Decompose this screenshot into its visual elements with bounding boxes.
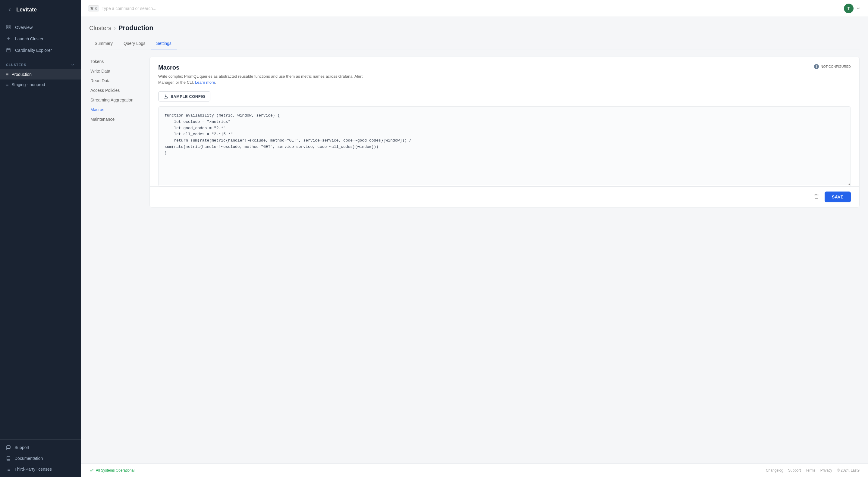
delete-button[interactable] [812,192,821,202]
tab-summary[interactable]: Summary [89,38,118,49]
calendar-icon [6,47,11,53]
breadcrumb-parent[interactable]: Clusters [89,25,111,32]
svg-rect-1 [9,25,10,27]
svg-rect-2 [7,27,8,29]
code-area-wrapper [158,106,851,186]
macros-status-badge: i NOT CONFIGURED [814,64,851,69]
macros-description: Write complex PromQL queries as abstract… [158,73,363,85]
settings-nav-maintenance[interactable]: Maintenance [89,114,142,124]
learn-more-link[interactable]: Learn more [195,80,215,84]
check-circle-icon [89,468,94,473]
macros-header: Macros Write complex PromQL queries as a… [150,57,859,91]
settings-nav-streaming[interactable]: Streaming Aggregation [89,95,142,105]
sidebar: Levitate Overview Launch Cluster [0,0,81,477]
grid-icon [6,25,11,30]
back-icon[interactable] [6,6,13,13]
tab-settings[interactable]: Settings [151,38,177,49]
sidebar-item-label: Cardinality Explorer [15,48,52,53]
settings-nav-tokens[interactable]: Tokens [89,57,142,66]
macros-code-editor[interactable] [158,107,850,185]
settings-layout: Tokens Write Data Read Data Access Polic… [89,57,860,456]
copyright: © 2024, Last9 [837,468,860,473]
search-bar[interactable]: ⌘ K Type a command or search... [88,5,156,11]
breadcrumb-separator: › [114,24,116,32]
sidebar-item-support[interactable]: Support [0,442,81,453]
database-icon: ≡ [6,72,8,77]
shortcut-key: ⌘ K [88,5,99,11]
settings-nav-read-data[interactable]: Read Data [89,76,142,86]
action-bar: SAVE [150,186,859,207]
settings-nav-macros[interactable]: Macros [89,105,142,114]
sample-config-label: SAMPLE CONFIG [170,94,205,99]
settings-content: Macros Write complex PromQL queries as a… [150,57,860,456]
sidebar-item-overview[interactable]: Overview [0,22,81,33]
save-button[interactable]: SAVE [825,192,851,202]
database-icon: ≡ [6,82,8,87]
sidebar-item-third-party[interactable]: Third-Party licenses [0,464,81,475]
sidebar-bottom: Support Documentation Third-Party licens… [0,439,81,477]
support-link[interactable]: Support [788,468,801,473]
svg-rect-0 [7,25,8,27]
sidebar-item-label: Third-Party licenses [14,467,52,472]
sidebar-item-launch-cluster[interactable]: Launch Cluster [0,33,81,44]
macros-card: Macros Write complex PromQL queries as a… [150,57,860,207]
breadcrumb: Clusters › Production [89,24,860,32]
app-logo-header: Levitate [0,0,81,19]
macros-title: Macros [158,64,363,71]
info-icon: i [814,64,819,69]
settings-nav-write-data[interactable]: Write Data [89,66,142,76]
comment-icon [6,445,11,450]
settings-nav-access-policies[interactable]: Access Policies [89,86,142,95]
tab-query-logs[interactable]: Query Logs [118,38,151,49]
main-content: ⌘ K Type a command or search... T Cluste… [81,0,868,477]
status-text: All Systems Operational [96,468,134,473]
cluster-name: Staging - nonprod [11,82,45,87]
page-tabs: Summary Query Logs Settings [89,38,860,49]
app-name: Levitate [16,7,37,13]
svg-rect-3 [9,27,10,29]
sidebar-item-label: Overview [15,25,33,30]
plus-icon [6,36,11,41]
sidebar-item-label: Support [14,445,29,450]
status-indicator: All Systems Operational [89,468,134,473]
breadcrumb-current: Production [119,24,153,32]
sidebar-item-production[interactable]: ≡ Production [0,69,81,79]
svg-rect-6 [7,48,10,52]
topbar-right: T [844,4,861,13]
book-icon [6,456,11,461]
macros-header-left: Macros Write complex PromQL queries as a… [158,64,363,85]
topbar: ⌘ K Type a command or search... T [81,0,868,17]
sample-config-button[interactable]: SAMPLE CONFIG [158,91,210,101]
terms-link[interactable]: Terms [806,468,815,473]
sidebar-item-label: Launch Cluster [15,36,43,41]
settings-nav: Tokens Write Data Read Data Access Polic… [89,57,150,456]
changelog-link[interactable]: Changelog [766,468,783,473]
download-icon [163,94,168,99]
privacy-link[interactable]: Privacy [820,468,832,473]
footer-links: Changelog Support Terms Privacy © 2024, … [766,468,860,473]
user-avatar[interactable]: T [844,4,854,13]
search-placeholder: Type a command or search... [101,6,156,11]
page-content: Clusters › Production Summary Query Logs… [81,17,868,464]
sidebar-nav: Overview Launch Cluster Cardinality Expl… [0,19,81,59]
sidebar-item-cardinality-explorer[interactable]: Cardinality Explorer [0,44,81,56]
sidebar-item-label: Documentation [14,456,43,461]
sidebar-item-staging[interactable]: ≡ Staging - nonprod [0,79,81,90]
chevron-down-icon[interactable] [856,6,861,11]
cluster-name: Production [11,72,32,77]
chevron-down-icon [70,63,75,67]
clusters-section-header: CLUSTERS [0,59,81,69]
list-icon [6,467,11,472]
badge-label: NOT CONFIGURED [821,65,851,68]
trash-icon [814,194,819,199]
footer: All Systems Operational Changelog Suppor… [81,464,868,477]
sidebar-item-documentation[interactable]: Documentation [0,453,81,464]
